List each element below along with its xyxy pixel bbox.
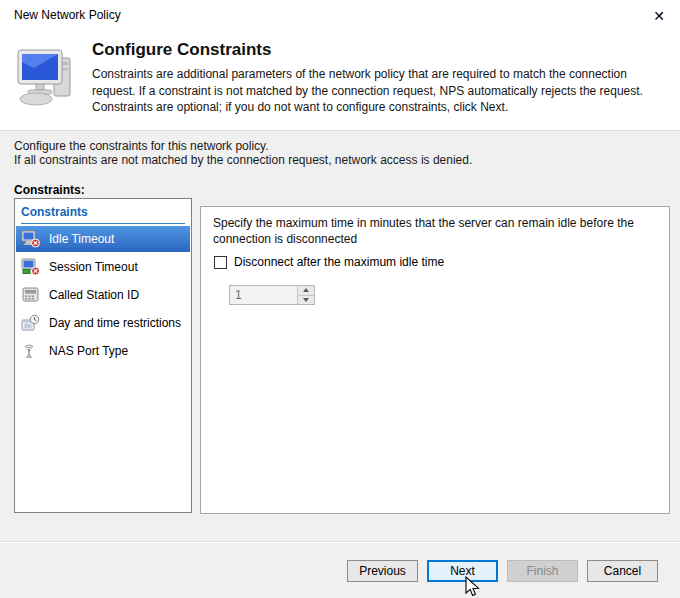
- idle-time-value: 1: [230, 286, 297, 304]
- spinner-up-button[interactable]: [298, 286, 314, 295]
- idle-timeout-instruction: Specify the maximum time in minutes that…: [213, 215, 661, 247]
- list-item-label: Session Timeout: [49, 258, 138, 275]
- idle-timeout-icon: [21, 230, 41, 248]
- idle-time-spinner[interactable]: 1: [229, 285, 315, 305]
- list-header: Constraints: [21, 205, 185, 224]
- list-item-label: Day and time restrictions: [49, 314, 181, 331]
- day-time-restrictions-icon: [21, 314, 41, 332]
- nas-port-type-icon: [21, 342, 41, 360]
- list-item-day-time-restrictions[interactable]: Day and time restrictions: [15, 310, 191, 336]
- cancel-button[interactable]: Cancel: [587, 560, 658, 582]
- spinner-down-button[interactable]: [298, 295, 314, 305]
- list-item-label: NAS Port Type: [49, 342, 128, 359]
- disconnect-checkbox-row: Disconnect after the maximum idle time: [214, 255, 444, 269]
- intro-line2: If all constraints are not matched by th…: [14, 153, 472, 167]
- window-title: New Network Policy: [14, 8, 121, 22]
- called-station-id-icon: [21, 286, 41, 304]
- page-description: Constraints are additional parameters of…: [92, 66, 672, 116]
- list-item-session-timeout[interactable]: Session Timeout: [15, 254, 191, 280]
- wizard-header: New Network Policy ✕ Configure Constrain…: [0, 0, 680, 131]
- disconnect-checkbox-label: Disconnect after the maximum idle time: [234, 255, 444, 269]
- session-timeout-icon: [21, 258, 41, 276]
- constraints-list-panel: Constraints Idle Timeout Session Timeout: [14, 198, 192, 513]
- disconnect-checkbox[interactable]: [214, 256, 227, 269]
- finish-button[interactable]: Finish: [507, 560, 578, 582]
- arrow-up-icon: [303, 288, 309, 292]
- intro-line1: Configure the constraints for this netwo…: [14, 139, 269, 153]
- arrow-down-icon: [303, 298, 309, 302]
- list-item-called-station-id[interactable]: Called Station ID: [15, 282, 191, 308]
- list-item-label: Called Station ID: [49, 286, 139, 303]
- constraints-label: Constraints:: [14, 183, 85, 197]
- close-button[interactable]: ✕: [648, 6, 670, 26]
- list-item-nas-port-type[interactable]: NAS Port Type: [15, 338, 191, 364]
- computer-icon: [10, 42, 78, 108]
- idle-timeout-detail-panel: Specify the maximum time in minutes that…: [200, 206, 670, 514]
- page-title: Configure Constraints: [92, 40, 271, 60]
- list-item-idle-timeout[interactable]: Idle Timeout: [16, 226, 190, 252]
- previous-button[interactable]: Previous: [347, 560, 418, 582]
- spinner-buttons: [297, 286, 314, 304]
- close-icon: ✕: [653, 8, 665, 24]
- new-network-policy-dialog: New Network Policy ✕ Configure Constrain…: [0, 0, 680, 598]
- footer-divider: [0, 541, 680, 543]
- mouse-cursor: [463, 576, 483, 598]
- list-item-label: Idle Timeout: [49, 230, 114, 247]
